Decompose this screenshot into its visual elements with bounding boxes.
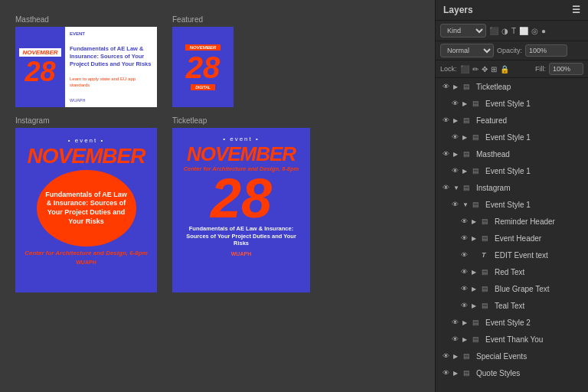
layer-row-blue-grape-text[interactable]: 👁▶▤Blue Grape Text: [436, 280, 588, 297]
lock-transparency-icon[interactable]: ⬛: [460, 65, 469, 74]
pixel-icon[interactable]: ⬛: [489, 27, 498, 35]
tl-event-dot: • event •: [223, 136, 260, 142]
chevron-ticketleap-style1[interactable]: ▶: [462, 100, 470, 107]
chevron-special-events[interactable]: ▶: [453, 353, 461, 360]
layer-name-featured: Featured: [476, 116, 507, 125]
visibility-icon-teal-text[interactable]: 👁: [459, 302, 469, 309]
fill-input[interactable]: [549, 63, 583, 75]
panel-menu-icon[interactable]: ☰: [572, 5, 580, 15]
ig-center-line: Center for Architecture and Design, 6-8p…: [24, 250, 148, 256]
masthead-label: Masthead: [15, 15, 157, 24]
visibility-icon-red-text[interactable]: 👁: [459, 268, 469, 276]
lock-all-icon[interactable]: 🔒: [500, 65, 509, 74]
visibility-icon-event-style2[interactable]: 👁: [449, 318, 460, 326]
blend-row: Normal Opacity:: [436, 41, 588, 60]
chevron-reminder-header[interactable]: ▶: [472, 218, 479, 225]
masthead-left: NOVEMBER 28: [15, 27, 65, 107]
chevron-featured-style1[interactable]: ▶: [462, 134, 470, 141]
ig-title-text: Fundamentals of AE Law & Insurance: Sour…: [44, 191, 129, 227]
visibility-icon-instagram-style1[interactable]: 👁: [449, 201, 460, 208]
layer-name-edit-event-text: EDIT Event text: [495, 251, 548, 260]
lock-pixels-icon[interactable]: ✏: [472, 65, 479, 74]
masthead-footer: WUAPH: [70, 98, 152, 103]
adjustment-icon[interactable]: ◑: [501, 27, 508, 35]
chevron-masthead-style1[interactable]: ▶: [462, 168, 470, 175]
chevron-blue-grape-text[interactable]: ▶: [472, 286, 479, 292]
layer-row-ticketleap-style1[interactable]: 👁▶▤Event Style 1: [436, 95, 588, 112]
visibility-icon-quote-styles[interactable]: 👁: [440, 369, 451, 377]
layer-type-icon-featured-style1: ▤: [472, 133, 483, 141]
layer-row-featured-style1[interactable]: 👁▶▤Event Style 1: [436, 129, 588, 145]
layer-row-instagram-style1[interactable]: 👁▼▤Event Style 1: [436, 196, 588, 213]
layer-name-blue-grape-text: Blue Grape Text: [495, 285, 550, 293]
layer-row-event-header[interactable]: 👁▶▤Event Header: [436, 230, 588, 247]
layer-row-edit-event-text[interactable]: 👁TEDIT Event text: [436, 247, 588, 263]
chevron-instagram[interactable]: ▼: [453, 185, 461, 191]
layer-row-masthead[interactable]: 👁▶▤Masthead: [436, 145, 588, 162]
chevron-ticketleap[interactable]: ▶: [453, 83, 461, 90]
layer-row-event-style2[interactable]: 👁▶▤Event Style 2: [436, 314, 588, 331]
layer-row-instagram[interactable]: 👁▼▤Instagram: [436, 179, 588, 196]
visibility-icon-blue-grape-text[interactable]: 👁: [459, 285, 469, 292]
layer-row-reminder-header[interactable]: 👁▶▤Reminder Header: [436, 213, 588, 230]
chevron-instagram-style1[interactable]: ▼: [462, 201, 470, 208]
visibility-icon-ticketleap[interactable]: 👁: [440, 83, 451, 90]
layer-name-event-header: Event Header: [495, 234, 541, 243]
layer-row-ticketleap[interactable]: 👁▶▤Ticketleap: [436, 78, 588, 95]
opacity-input[interactable]: [525, 44, 567, 57]
chevron-event-header[interactable]: ▶: [472, 235, 479, 242]
ig-november: NOVEMBER: [28, 145, 145, 167]
layer-type-icon-edit-event-text: T: [482, 251, 492, 259]
layer-name-masthead: Masthead: [476, 150, 510, 158]
visibility-icon-ticketleap-style1[interactable]: 👁: [449, 100, 460, 107]
visibility-icon-instagram[interactable]: 👁: [440, 184, 451, 191]
layer-type-icon-featured: ▤: [463, 116, 474, 124]
filter-icon[interactable]: ●: [541, 27, 546, 35]
layer-name-instagram: Instagram: [476, 184, 510, 192]
ticketleap-card: • event • NOVEMBER Center for Architectu…: [172, 128, 310, 292]
visibility-icon-featured[interactable]: 👁: [440, 116, 451, 124]
blend-select[interactable]: Normal: [440, 44, 494, 57]
layers-list: 👁▶▤Ticketleap👁▶▤Event Style 1👁▶▤Featured…: [436, 78, 588, 392]
chevron-red-text[interactable]: ▶: [472, 269, 479, 276]
layer-type-icon-quote-styles: ▤: [463, 369, 474, 377]
visibility-icon-event-thank-you[interactable]: 👁: [449, 335, 460, 343]
layers-panel: Layers ☰ Kind ⬛ ◑ T ⬜ ◎ ● Normal Opacity…: [435, 0, 588, 392]
panel-header-icons: ☰: [572, 5, 580, 15]
layer-row-event-thank-you[interactable]: 👁▶▤Event Thank You: [436, 331, 588, 348]
chevron-event-thank-you[interactable]: ▶: [462, 336, 470, 343]
visibility-icon-reminder-header[interactable]: 👁: [459, 217, 469, 225]
visibility-icon-featured-style1[interactable]: 👁: [449, 133, 460, 141]
chevron-teal-text[interactable]: ▶: [472, 302, 479, 309]
visibility-icon-special-events[interactable]: 👁: [440, 352, 451, 360]
ig-title-block: Fundamentals of AE Law & Insurance: Sour…: [37, 170, 136, 247]
chevron-quote-styles[interactable]: ▶: [453, 370, 461, 377]
visibility-icon-masthead-style1[interactable]: 👁: [449, 167, 460, 175]
lock-position-icon[interactable]: ✥: [482, 65, 488, 74]
layer-row-quote-styles[interactable]: 👁▶▤Quote Styles: [436, 364, 588, 381]
layer-name-featured-style1: Event Style 1: [485, 133, 531, 142]
layer-type-icon-ticketleap: ▤: [463, 83, 474, 90]
layer-row-teal-text[interactable]: 👁▶▤Teal Text: [436, 297, 588, 314]
chevron-event-style2[interactable]: ▶: [462, 319, 470, 326]
layer-type-icon-blue-grape-text: ▤: [482, 285, 492, 292]
layer-type-icon-special-events: ▤: [463, 352, 474, 360]
visibility-icon-masthead[interactable]: 👁: [440, 150, 451, 158]
chevron-masthead[interactable]: ▶: [453, 151, 461, 158]
layer-row-red-text[interactable]: 👁▶▤Red Text: [436, 263, 588, 280]
type-icon[interactable]: T: [511, 27, 516, 35]
chevron-featured[interactable]: ▶: [453, 117, 461, 124]
masthead-day: 28: [24, 58, 55, 86]
layer-row-masthead-style1[interactable]: 👁▶▤Event Style 1: [436, 162, 588, 179]
panel-title: Layers: [443, 5, 473, 15]
visibility-icon-event-header[interactable]: 👁: [459, 234, 469, 242]
visibility-icon-edit-event-text[interactable]: 👁: [459, 251, 469, 259]
smart-icon[interactable]: ◎: [531, 27, 538, 35]
layer-type-icon-teal-text: ▤: [482, 302, 492, 309]
lock-artboard-icon[interactable]: ⊞: [491, 65, 497, 74]
shape-icon[interactable]: ⬜: [519, 27, 528, 35]
layer-row-special-events[interactable]: 👁▶▤Special Events: [436, 348, 588, 364]
kind-select[interactable]: Kind: [440, 24, 486, 38]
layer-name-ticketleap-style1: Event Style 1: [485, 100, 531, 108]
layer-row-featured[interactable]: 👁▶▤Featured: [436, 112, 588, 129]
